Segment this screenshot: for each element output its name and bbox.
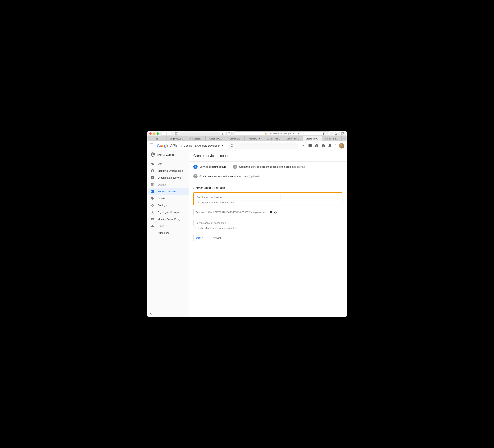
sidebar-item-policies[interactable]: Organisation policies xyxy=(147,174,189,181)
browser-tab[interactable]: Stores · Sm… xyxy=(322,136,342,141)
step-label: Grant users access to this service accou… xyxy=(199,175,260,178)
sidebar-item-service-accounts[interactable]: Service accounts xyxy=(147,188,189,195)
sidebar-item-labels[interactable]: Labels xyxy=(147,195,189,202)
reload-button[interactable]: ⟳ xyxy=(327,132,328,135)
search-icon xyxy=(231,144,234,147)
sidebar-item-quotas[interactable]: Quotas xyxy=(147,181,189,188)
iam-admin-icon xyxy=(151,152,155,157)
refresh-id-button[interactable] xyxy=(274,211,277,214)
sidebar-item-iam[interactable]: IAM xyxy=(147,160,189,167)
tabs-button[interactable] xyxy=(340,132,345,136)
sidebar-item-crypto-keys[interactable]: Cryptographic keys xyxy=(147,209,189,216)
menu-button[interactable] xyxy=(150,144,154,148)
create-button[interactable]: CREATE xyxy=(193,235,210,241)
extension-button-1[interactable]: ◐ xyxy=(220,132,225,136)
svg-rect-32 xyxy=(151,183,154,186)
back-button[interactable]: ‹ xyxy=(162,132,167,136)
alert-icon[interactable]: ! xyxy=(315,144,318,147)
svg-point-41 xyxy=(152,211,153,212)
close-window-button[interactable] xyxy=(149,132,152,135)
service-account-name-input[interactable] xyxy=(195,194,281,200)
key-badge-icon xyxy=(151,190,154,193)
step-3[interactable]: 3 Grant users access to this service acc… xyxy=(193,174,260,178)
project-name: Google Play Android Developer xyxy=(184,144,220,147)
url-text: console.developers.google.com xyxy=(268,132,300,135)
step-separator xyxy=(228,167,231,167)
sidebar-item-iap[interactable]: Identity-Aware Proxy xyxy=(147,216,189,223)
search-bar[interactable] xyxy=(228,143,298,149)
svg-rect-11 xyxy=(310,144,312,146)
forward-button[interactable]: › xyxy=(167,132,171,136)
service-account-id-field: Service… @api-7976831618413465116-759572… xyxy=(193,209,279,215)
svg-rect-4 xyxy=(342,132,344,134)
gear-icon xyxy=(151,204,154,207)
step-1[interactable]: 1 Service account details xyxy=(193,165,226,169)
svg-point-27 xyxy=(152,170,153,171)
svg-text:?: ? xyxy=(323,145,324,147)
svg-rect-12 xyxy=(309,146,310,147)
browser-tab[interactable]: Bug 59400:… xyxy=(167,136,186,141)
notifications-icon[interactable] xyxy=(328,144,331,147)
browser-tab-active[interactable]: Create servi… xyxy=(303,136,322,141)
new-tab-button[interactable]: + xyxy=(342,136,347,141)
section-title: Service account details xyxy=(193,186,342,190)
sidebar-toggle-button[interactable] xyxy=(174,132,179,136)
browser-tab[interactable]: Publish to G… xyxy=(206,136,225,141)
google-apis-logo[interactable]: Google APIs xyxy=(157,144,178,148)
browser-tab[interactable]: Fragmen…🔊 xyxy=(245,136,264,141)
svg-point-39 xyxy=(152,197,152,198)
maximize-window-button[interactable] xyxy=(157,132,159,135)
sidebar: IAM & admin IAM Identity & Organisation … xyxy=(147,150,189,317)
step-separator xyxy=(307,167,310,167)
cancel-button[interactable]: CANCEL xyxy=(213,237,223,239)
step-number: 2 xyxy=(233,165,237,169)
sidebar-item-label: Identity & Organisation xyxy=(158,169,183,172)
sidebar-item-label: Settings xyxy=(158,204,167,207)
name-helper-text: Display name for this service account xyxy=(195,201,341,204)
titlebar: ‹ › ◐ ⓘ 🔒 console.developers.google.com … xyxy=(147,131,347,136)
window-controls xyxy=(149,132,159,135)
extension-button-2[interactable]: ⓘ xyxy=(226,132,232,136)
svg-rect-43 xyxy=(151,218,154,220)
address-bar[interactable]: 🔒 console.developers.google.com 🔊 ⟳ xyxy=(235,131,330,136)
project-selector[interactable]: ⬡ Google Play Android Developer ▼ xyxy=(181,144,224,147)
sidebar-item-roles[interactable]: Roles xyxy=(147,223,189,229)
svg-point-21 xyxy=(335,147,335,147)
sidebar-item-settings[interactable]: Settings xyxy=(147,202,189,209)
svg-point-19 xyxy=(335,144,335,145)
svg-point-40 xyxy=(152,205,153,206)
more-icon[interactable] xyxy=(335,144,335,147)
sidebar-header: IAM & admin xyxy=(147,150,189,159)
quota-icon xyxy=(151,183,154,186)
browser-tab[interactable]: API access… xyxy=(186,136,206,141)
step-label: Service account details xyxy=(199,165,226,168)
search-dropdown[interactable]: ▼ xyxy=(300,145,306,147)
sidebar-item-audit-logs[interactable]: Audit Logs xyxy=(147,229,189,236)
clear-id-button[interactable] xyxy=(270,211,272,214)
share-button[interactable] xyxy=(333,132,338,136)
collapse-sidebar-button[interactable] xyxy=(147,310,189,317)
app-header: Google APIs ⬡ Google Play Android Develo… xyxy=(147,141,347,150)
browser-tab[interactable]: Service acc… xyxy=(284,136,303,141)
gift-icon[interactable] xyxy=(309,144,312,147)
sidebar-item-label: Roles xyxy=(158,224,164,227)
browser-tab[interactable]: API access… xyxy=(264,136,283,141)
user-avatar[interactable] xyxy=(339,143,344,149)
svg-text:!: ! xyxy=(316,145,317,147)
minimize-window-button[interactable] xyxy=(153,132,155,135)
svg-rect-13 xyxy=(310,146,312,147)
svg-point-23 xyxy=(152,163,153,164)
sidebar-item-identity[interactable]: Identity & Organisation xyxy=(147,167,189,174)
step-2[interactable]: 2 Grant this service account access to t… xyxy=(233,165,305,169)
sidebar-item-label: Identity-Aware Proxy xyxy=(158,218,181,221)
sidebar-title: IAM & admin xyxy=(157,153,174,156)
browser-tab[interactable]: de xyxy=(147,136,167,141)
service-account-description-input[interactable] xyxy=(193,220,279,226)
shield-key-icon xyxy=(151,211,154,214)
help-icon[interactable]: ? xyxy=(322,144,325,147)
browser-tab[interactable]: Grammarly xyxy=(225,136,245,141)
highlight-box: Display name for this service account xyxy=(193,192,342,205)
list-icon xyxy=(151,232,154,234)
description-helper-text: Describe what this service account will … xyxy=(193,227,279,230)
iap-icon xyxy=(151,218,154,220)
